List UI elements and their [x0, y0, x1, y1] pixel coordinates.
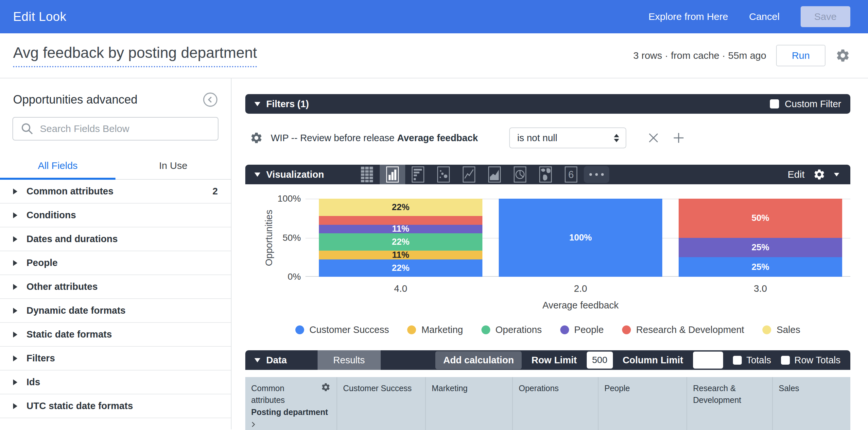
expand-caret-icon[interactable] [13, 332, 17, 337]
settings-gear-icon[interactable] [835, 48, 850, 63]
vis-type-single-value-icon[interactable]: 6 [558, 165, 584, 184]
vis-type-area-icon[interactable] [482, 165, 507, 184]
app-header: Edit Look Explore from Here Cancel Save [0, 0, 868, 33]
table-header-people[interactable]: People [598, 377, 687, 430]
table-header-dimension[interactable]: Common attributes Posting department [245, 377, 337, 430]
expand-caret-icon[interactable] [13, 189, 17, 194]
visualization-section-bar[interactable]: Visualization 6 Edit [245, 165, 850, 184]
tab-results[interactable]: Results [317, 350, 381, 370]
add-calculation-button[interactable]: Add calculation [435, 351, 522, 369]
table-header-research-development[interactable]: Research & Development [687, 377, 773, 430]
row-limit-input[interactable] [587, 352, 613, 369]
expand-caret-icon[interactable] [13, 356, 17, 361]
sidebar-item-people[interactable]: People [0, 251, 231, 275]
vis-type-column-icon[interactable] [380, 165, 405, 184]
bar-segment-sales[interactable]: 22% [319, 199, 483, 216]
expand-caret-icon[interactable] [13, 236, 17, 242]
field-search-box[interactable] [12, 117, 218, 140]
expand-caret-icon[interactable] [13, 379, 17, 385]
legend-item-people[interactable]: People [560, 325, 604, 335]
vis-type-scatter-icon[interactable] [431, 165, 456, 184]
vis-type-map-icon[interactable] [533, 165, 558, 184]
sidebar-item-dynamic-date-formats[interactable]: Dynamic date formats [0, 299, 231, 323]
filters-section-bar[interactable]: Filters (1) Custom Filter [245, 94, 850, 114]
legend-item-operations[interactable]: Operations [482, 325, 542, 335]
tab-all-fields[interactable]: All Fields [0, 154, 116, 179]
legend-item-sales[interactable]: Sales [762, 325, 800, 335]
chevron-down-icon[interactable] [834, 173, 839, 176]
row-totals-checkbox[interactable] [781, 356, 790, 365]
legend-item-customer-success[interactable]: Customer Success [295, 325, 389, 335]
select-updown-icon [614, 134, 619, 142]
bar-segment-customer-success[interactable]: 25% [679, 257, 842, 277]
run-button[interactable]: Run [776, 45, 826, 66]
edit-visualization-button[interactable]: Edit [787, 169, 805, 180]
stacked-bar[interactable]: 100% [499, 199, 662, 277]
stacked-bar[interactable]: 25%25%50% [679, 199, 842, 277]
sidebar-item-filters[interactable]: Filters [0, 347, 231, 370]
table-header-operations[interactable]: Operations [513, 377, 598, 430]
expand-caret-icon[interactable] [13, 284, 17, 290]
bar-segment-people[interactable]: 11% [319, 225, 483, 234]
collapse-sidebar-icon[interactable] [203, 92, 218, 107]
bar-segment-customer-success[interactable]: 100% [499, 199, 662, 277]
table-header-marketing[interactable]: Marketing [426, 377, 513, 430]
collapse-visualization-icon[interactable] [254, 172, 260, 177]
totals-label: Totals [746, 355, 771, 366]
bar-segment-people[interactable]: 25% [679, 238, 842, 258]
visualization-gear-icon[interactable] [813, 168, 826, 181]
filter-condition-select[interactable]: is not null [509, 127, 626, 148]
expand-caret-icon[interactable] [13, 212, 17, 218]
bar-segment-operations[interactable]: 22% [319, 233, 483, 251]
table-header-customer-success[interactable]: Customer Success [337, 377, 426, 430]
expand-caret-icon[interactable] [13, 308, 17, 314]
totals-checkbox[interactable] [733, 356, 742, 365]
sidebar-item-conditions[interactable]: Conditions [0, 204, 231, 227]
segment-value-label: 11% [392, 251, 409, 259]
explore-from-here-link[interactable]: Explore from Here [649, 11, 728, 22]
sidebar-item-static-date-formats[interactable]: Static date formats [0, 323, 231, 347]
field-category-label: Dynamic date formats [27, 305, 126, 316]
bar-segment-marketing[interactable]: 11% [319, 251, 483, 259]
look-title[interactable]: Avg feedback by posting department [13, 44, 257, 67]
bar-segment-customer-success[interactable]: 22% [319, 259, 483, 277]
vis-type-table-icon[interactable] [354, 165, 380, 184]
vis-type-line-icon[interactable] [456, 165, 482, 184]
bar-group-2-0: 100% [491, 199, 671, 277]
legend-item-research-development[interactable]: Research & Development [622, 325, 744, 335]
sidebar-item-common-attributes[interactable]: Common attributes2 [0, 180, 231, 204]
sidebar-item-ids[interactable]: Ids [0, 370, 231, 394]
segment-value-label: 22% [392, 237, 409, 246]
cancel-button[interactable]: Cancel [749, 11, 779, 22]
vis-type-pie-icon[interactable] [507, 165, 533, 184]
sidebar-item-utc-static-date-formats[interactable]: UTC static date formats [0, 394, 231, 418]
save-button[interactable]: Save [801, 6, 850, 27]
search-input[interactable] [40, 123, 211, 134]
legend-label: Customer Success [309, 325, 389, 335]
collapse-filters-icon[interactable] [254, 102, 260, 106]
bar-segment-research-development[interactable]: 50% [679, 199, 842, 238]
header-actions: Explore from Here Cancel Save [649, 6, 850, 27]
filter-field-gear-icon[interactable] [250, 131, 263, 144]
vis-type-bar-icon[interactable] [405, 165, 431, 184]
bar-segment-research-development[interactable] [319, 216, 483, 225]
data-section-title: Data [266, 355, 287, 366]
vis-type-more-icon[interactable] [584, 166, 609, 183]
legend-item-marketing[interactable]: Marketing [407, 325, 463, 335]
expand-caret-icon[interactable] [13, 403, 17, 409]
explore-name: Opportunities advanced [13, 93, 137, 106]
column-gear-icon[interactable] [321, 382, 331, 392]
table-header-sales[interactable]: Sales [773, 377, 850, 430]
collapse-data-icon[interactable] [254, 358, 260, 362]
expand-caret-icon[interactable] [13, 260, 17, 266]
add-filter-icon[interactable] [672, 131, 685, 144]
segment-value-label: 25% [751, 243, 769, 252]
sidebar-item-other-attributes[interactable]: Other attributes [0, 275, 231, 299]
tab-in-use[interactable]: In Use [116, 154, 231, 179]
stacked-bar[interactable]: 22%11%22%11%22% [319, 199, 483, 277]
custom-filter-checkbox[interactable] [770, 99, 779, 108]
sidebar-item-dates-and-durations[interactable]: Dates and durations [0, 227, 231, 251]
column-limit-input[interactable] [693, 352, 723, 369]
data-section-bar[interactable]: Data Results Add calculation Row Limit C… [245, 350, 850, 370]
remove-filter-icon[interactable] [647, 132, 660, 144]
